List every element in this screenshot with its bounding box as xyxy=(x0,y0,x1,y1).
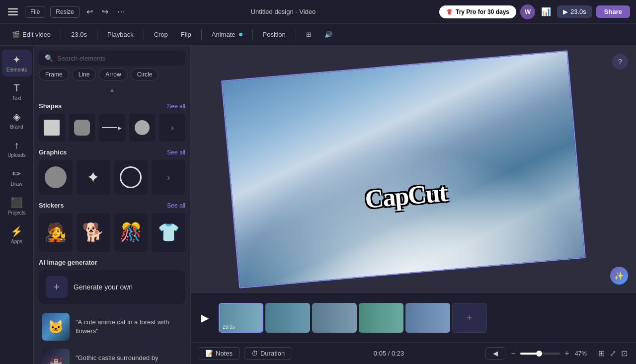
copy-button[interactable]: ⧉ xyxy=(365,50,378,58)
shape-circle-item[interactable] xyxy=(129,114,156,142)
draw-icon: ✏ xyxy=(12,168,21,180)
shirt-sticker: 👕 xyxy=(158,222,180,243)
search-input[interactable] xyxy=(57,55,179,62)
graphic-more[interactable]: › xyxy=(152,160,185,195)
delete-button[interactable]: 🗑 xyxy=(385,50,400,56)
graphics-grid: ✦ › xyxy=(39,160,185,195)
analytics-icon[interactable]: 📊 xyxy=(539,5,553,18)
video-frame[interactable]: CapCut ⧉ 🗑 ··· xyxy=(221,50,586,288)
shape-more-item[interactable]: › xyxy=(159,114,185,142)
zoom-slider-thumb[interactable] xyxy=(536,351,542,357)
topbar: File Resize ↩ ↪ ⋯ Untitled design - Vide… xyxy=(0,0,636,24)
flip-button[interactable]: Flip xyxy=(176,28,196,41)
crop-button[interactable]: Crop xyxy=(149,28,173,41)
filter-arrow[interactable]: Arrow xyxy=(99,69,127,80)
duration-toolbar-button[interactable]: 23.0s xyxy=(66,28,92,41)
shape-square-item[interactable] xyxy=(39,114,65,142)
sidebar-item-projects[interactable]: ⬛ Projects xyxy=(2,193,32,219)
graphic-circle-outline[interactable] xyxy=(114,160,148,195)
menu-icon[interactable] xyxy=(6,5,20,19)
playback-button[interactable]: Playback xyxy=(102,28,139,41)
search-box[interactable]: 🔍 xyxy=(39,51,185,66)
sidebar-label-brand: Brand xyxy=(10,124,23,130)
undo-button[interactable]: ↩ xyxy=(84,5,95,18)
sidebar-item-apps[interactable]: ⚡ Apps xyxy=(2,221,32,248)
resize-button[interactable]: Resize xyxy=(50,6,80,18)
more-options-button[interactable]: ⋯ xyxy=(115,5,127,18)
ai-fab-button[interactable]: ✨ xyxy=(610,267,628,285)
castle-thumbnail: 🏰 xyxy=(42,349,70,364)
grid-view-button[interactable]: ⊞ xyxy=(597,347,606,360)
duration-button[interactable]: ⏱ Duration xyxy=(244,347,292,360)
redo-button[interactable]: ↪ xyxy=(100,5,110,18)
zoom-slider[interactable] xyxy=(520,353,560,355)
animate-button[interactable]: Animate xyxy=(207,28,247,41)
ai-example-cat[interactable]: 🐱 "A cute anime cat in a forest with flo… xyxy=(39,309,185,345)
sticker-balloons[interactable]: 🎊 xyxy=(114,213,148,252)
filter-line[interactable]: Line xyxy=(72,69,96,80)
track-segment-1[interactable]: 23.0s xyxy=(219,303,263,333)
apps-icon: ⚡ xyxy=(10,225,23,237)
zoom-in-button[interactable]: ＋ xyxy=(563,348,571,359)
ai-title: AI image generator xyxy=(39,259,97,266)
video-inner: CapCut xyxy=(222,51,585,287)
track-thumb-5 xyxy=(405,303,450,333)
more-shapes-icon: › xyxy=(171,123,174,133)
stickers-section-header: Stickers See all xyxy=(39,202,185,209)
hide-panel-button[interactable]: ◀ xyxy=(485,347,505,360)
ct-divider-2 xyxy=(403,50,404,54)
track-segment-3[interactable] xyxy=(312,303,357,333)
track-segment-2[interactable] xyxy=(265,303,310,333)
elements-icon: ✦ xyxy=(12,54,21,66)
sidebar-item-draw[interactable]: ✏ Draw xyxy=(2,164,32,191)
present-view-button[interactable]: ⊡ xyxy=(620,347,629,360)
try-pro-button[interactable]: ♛ Try Pro for 30 days xyxy=(439,5,516,18)
sidebar-item-text[interactable]: T Text xyxy=(2,78,32,105)
canvas-viewport[interactable]: CapCut ⧉ 🗑 ··· ? ✨ xyxy=(191,46,636,292)
sidebar-item-brand[interactable]: ◈ Brand xyxy=(2,107,32,134)
ct-divider xyxy=(381,50,382,56)
sticker-person[interactable]: 🧑‍🎤 xyxy=(39,213,73,252)
panel-scroll-up[interactable]: ▲ xyxy=(34,84,190,95)
shape-line-item[interactable]: ▶ xyxy=(99,114,125,142)
notes-button[interactable]: 📝 Notes xyxy=(198,347,240,360)
help-button[interactable]: ? xyxy=(612,54,628,70)
fit-view-button[interactable]: ⤢ xyxy=(608,347,618,360)
graphics-title: Graphics xyxy=(39,148,67,156)
share-button[interactable]: Share xyxy=(596,5,630,18)
chevron-up-icon: ▲ xyxy=(109,86,115,93)
hide-icon: ◀ xyxy=(493,350,498,357)
edit-video-button[interactable]: 🎬 Edit video xyxy=(7,28,56,41)
sticker-shirt[interactable]: 👕 xyxy=(152,213,185,252)
shapes-see-all[interactable]: See all xyxy=(167,103,185,110)
track-segment-5[interactable] xyxy=(405,303,450,333)
graphic-star[interactable]: ✦ xyxy=(77,160,110,195)
ai-example-castle[interactable]: 🏰 "Gothic castle surrounded by dinosaurs… xyxy=(39,345,185,364)
user-avatar[interactable]: W xyxy=(520,4,535,19)
bottom-bar: 📝 Notes ⏱ Duration 0:05 / 0:23 ◀ － xyxy=(191,342,636,364)
more-canvas-button[interactable]: ··· xyxy=(407,50,421,54)
sticker-dog[interactable]: 🐕 xyxy=(77,213,110,252)
track-segment-4[interactable] xyxy=(359,303,403,333)
audio-button[interactable]: 🔊 xyxy=(319,28,337,41)
timeline-play-button[interactable]: ▶ xyxy=(196,309,214,327)
checkered-button[interactable]: ⊞ xyxy=(301,28,317,41)
sidebar-label-draw: Draw xyxy=(11,181,22,187)
position-button[interactable]: Position xyxy=(258,28,291,41)
add-track-button[interactable]: + xyxy=(452,303,487,333)
timer-button[interactable]: ▶ 23.0s xyxy=(557,5,592,18)
sidebar-item-elements[interactable]: ✦ Elements xyxy=(2,50,32,76)
sidebar-item-uploads[interactable]: ↑ Uploads xyxy=(2,136,32,162)
zoom-controls: － ＋ xyxy=(509,348,571,359)
file-menu-button[interactable]: File xyxy=(25,6,45,18)
filter-frame[interactable]: Frame xyxy=(39,69,69,80)
graphic-circle-solid[interactable] xyxy=(39,160,73,195)
shape-rounded-item[interactable] xyxy=(69,114,95,142)
ai-generate-button[interactable]: + Generate your own xyxy=(39,270,185,304)
zoom-out-button[interactable]: － xyxy=(509,348,517,359)
stickers-see-all[interactable]: See all xyxy=(167,202,185,209)
graphics-see-all[interactable]: See all xyxy=(167,149,185,156)
ai-cat-text: "A cute anime cat in a forest with flowe… xyxy=(76,318,182,336)
outline-circle-graphic xyxy=(120,166,142,188)
filter-circle[interactable]: Circle xyxy=(131,69,159,80)
